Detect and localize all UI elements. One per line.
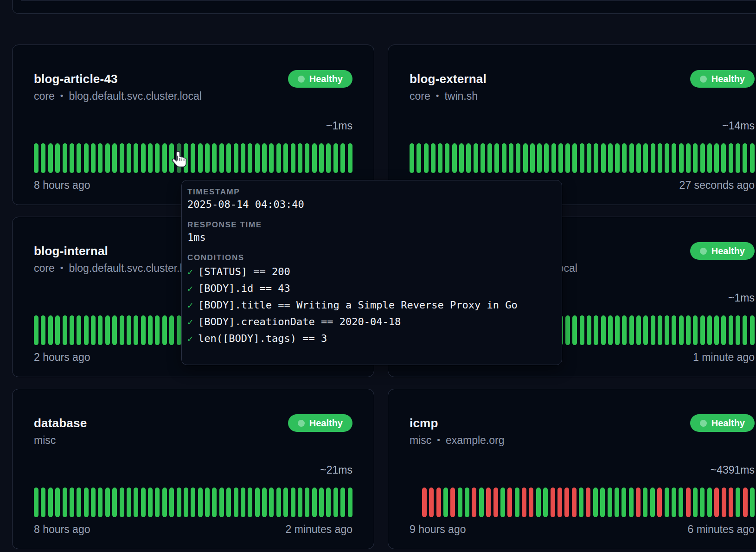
status-bar[interactable]: [672, 488, 676, 517]
status-bar[interactable]: [679, 143, 684, 173]
status-bar[interactable]: [622, 315, 627, 345]
status-bar[interactable]: [629, 488, 634, 517]
status-bar[interactable]: [91, 315, 96, 345]
status-bar[interactable]: [714, 315, 719, 345]
status-bar[interactable]: [507, 488, 512, 517]
status-bar[interactable]: [443, 488, 448, 517]
status-bar[interactable]: [91, 143, 96, 173]
status-bar[interactable]: [693, 143, 698, 173]
status-bar[interactable]: [665, 488, 669, 517]
status-bar[interactable]: [537, 143, 542, 173]
status-bar[interactable]: [134, 143, 138, 173]
status-bar[interactable]: [594, 315, 598, 345]
status-bar[interactable]: [416, 143, 421, 173]
status-bar[interactable]: [63, 315, 67, 345]
status-bar[interactable]: [714, 143, 719, 173]
status-bar[interactable]: [177, 315, 181, 345]
status-bar[interactable]: [636, 488, 641, 517]
status-bar[interactable]: [283, 488, 288, 517]
status-bar[interactable]: [551, 488, 555, 517]
status-bar[interactable]: [41, 315, 45, 345]
status-bar[interactable]: [643, 315, 648, 345]
status-bar[interactable]: [458, 488, 462, 517]
status-bar[interactable]: [750, 143, 755, 173]
status-bar[interactable]: [672, 315, 676, 345]
status-bar[interactable]: [198, 143, 203, 173]
status-bar[interactable]: [736, 143, 740, 173]
status-bar[interactable]: [155, 488, 160, 517]
status-bar[interactable]: [608, 143, 613, 173]
status-bar[interactable]: [148, 143, 153, 173]
status-bar[interactable]: [55, 143, 60, 173]
status-bar[interactable]: [650, 488, 655, 517]
status-bar[interactable]: [494, 143, 499, 173]
status-bar[interactable]: [500, 488, 505, 517]
status-bar[interactable]: [169, 315, 174, 345]
status-bar[interactable]: [312, 488, 317, 517]
status-bar[interactable]: [162, 315, 167, 345]
status-bar[interactable]: [55, 315, 60, 345]
status-bar[interactable]: [580, 315, 584, 345]
status-bar[interactable]: [729, 315, 733, 345]
status-bar[interactable]: [523, 143, 528, 173]
status-bar[interactable]: [326, 488, 331, 517]
status-bar[interactable]: [226, 143, 231, 173]
status-bar[interactable]: [721, 315, 726, 345]
status-bar[interactable]: [34, 315, 38, 345]
status-bar[interactable]: [608, 488, 612, 517]
status-bar[interactable]: [643, 143, 648, 173]
status-bar[interactable]: [105, 143, 110, 173]
status-bar[interactable]: [707, 315, 712, 345]
status-bar[interactable]: [340, 143, 345, 173]
status-bar[interactable]: [241, 488, 245, 517]
status-bar[interactable]: [600, 488, 605, 517]
status-bar[interactable]: [587, 143, 591, 173]
status-bar[interactable]: [580, 143, 584, 173]
status-bar[interactable]: [141, 488, 146, 517]
status-bar[interactable]: [636, 315, 641, 345]
status-bar[interactable]: [169, 488, 174, 517]
status-bar[interactable]: [543, 488, 548, 517]
service-card-icmp[interactable]: icmpHealthymisc•example.org~4391ms9 hour…: [388, 389, 756, 549]
status-bar[interactable]: [305, 143, 309, 173]
status-bar[interactable]: [162, 488, 167, 517]
status-bar[interactable]: [291, 143, 295, 173]
status-bar[interactable]: [622, 143, 627, 173]
status-bar[interactable]: [70, 488, 74, 517]
status-bar[interactable]: [551, 143, 556, 173]
status-bar[interactable]: [493, 488, 498, 517]
status-bar[interactable]: [269, 143, 274, 173]
status-bar[interactable]: [601, 315, 606, 345]
status-bar[interactable]: [348, 143, 352, 173]
status-bar[interactable]: [112, 143, 117, 173]
status-bar[interactable]: [466, 143, 471, 173]
status-bar[interactable]: [127, 488, 131, 517]
status-bar[interactable]: [298, 143, 302, 173]
status-bar[interactable]: [486, 488, 491, 517]
status-bar[interactable]: [319, 143, 324, 173]
status-bar[interactable]: [283, 143, 288, 173]
status-bar[interactable]: [63, 488, 67, 517]
status-bar[interactable]: [679, 315, 684, 345]
status-bar[interactable]: [509, 143, 513, 173]
status-bar[interactable]: [522, 488, 526, 517]
status-bar[interactable]: [262, 488, 267, 517]
status-bar[interactable]: [305, 488, 309, 517]
status-bar[interactable]: [474, 143, 478, 173]
status-bar[interactable]: [255, 488, 260, 517]
status-bar[interactable]: [736, 315, 740, 345]
status-bar[interactable]: [686, 315, 691, 345]
status-bar[interactable]: [487, 143, 492, 173]
status-bar[interactable]: [686, 143, 691, 173]
status-bar[interactable]: [736, 488, 740, 517]
status-bar[interactable]: [693, 488, 698, 517]
status-bar[interactable]: [565, 143, 570, 173]
status-bar[interactable]: [198, 488, 203, 517]
status-bar[interactable]: [55, 488, 60, 517]
status-bar[interactable]: [262, 143, 267, 173]
status-bar[interactable]: [48, 488, 53, 517]
status-bar[interactable]: [34, 143, 38, 173]
status-bar[interactable]: [34, 488, 38, 517]
status-bar[interactable]: [120, 143, 124, 173]
status-bar[interactable]: [481, 143, 485, 173]
